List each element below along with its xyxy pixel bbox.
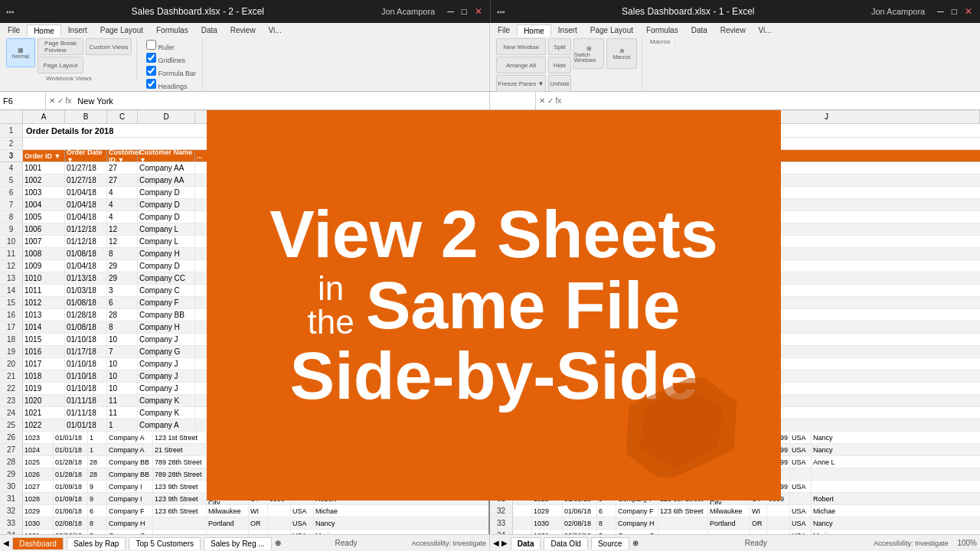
- cell-orderid-6[interactable]: 1003: [23, 187, 65, 198]
- cell-custname-13[interactable]: Company CC: [138, 272, 195, 284]
- tab-review-right[interactable]: Review: [714, 24, 752, 37]
- freeze-panes-btn[interactable]: Freeze Panes ▼: [496, 75, 546, 92]
- right-bottom-row-34[interactable]: 34 1031 02/06/18 3 Company C USA Mariya: [490, 530, 980, 534]
- cell-orderdate-11[interactable]: 01/08/18: [65, 248, 107, 259]
- cell-orderid-10[interactable]: 1007: [23, 236, 65, 247]
- right-bottom-row-33[interactable]: 33 1030 02/08/18 8 Company H Portland OR…: [490, 517, 980, 530]
- close-btn-right[interactable]: ✕: [965, 6, 972, 17]
- cell-orderdate-22[interactable]: 01/10/18: [65, 383, 107, 394]
- cell-orderid-19[interactable]: 1016: [23, 346, 65, 357]
- cell-custname-21[interactable]: Company J: [138, 370, 195, 382]
- cell-orderdate-18[interactable]: 01/10/18: [65, 334, 107, 345]
- tab-pagelayout-left[interactable]: Page Layout: [94, 24, 149, 37]
- cell-custname-22[interactable]: Company J: [138, 383, 195, 394]
- sheet-tab-dataold[interactable]: Data Old: [544, 537, 587, 549]
- sheet-tab-salesbyrep[interactable]: Sales by Rap: [67, 537, 126, 549]
- cell-orderdate-16[interactable]: 01/28/18: [65, 309, 107, 321]
- macros-btn[interactable]: ⊕Macros: [606, 38, 637, 69]
- tab-file-right[interactable]: File: [492, 24, 516, 37]
- cell-custid-24[interactable]: 11: [107, 407, 138, 419]
- cell-custid-6[interactable]: 4: [107, 187, 138, 198]
- switch-windows-btn[interactable]: ⊞Switch Windows: [573, 38, 604, 69]
- cell-custname-19[interactable]: Company G: [138, 346, 195, 357]
- cell-orderdate-12[interactable]: 01/04/18: [65, 260, 107, 272]
- cell-custid-8[interactable]: 4: [107, 211, 138, 223]
- cell-orderid-20[interactable]: 1017: [23, 358, 65, 370]
- cell-orderdate-13[interactable]: 01/13/18: [65, 272, 107, 284]
- cell-orderid-25[interactable]: 1022: [23, 419, 65, 431]
- left-bottom-row-33[interactable]: 33 1030 02/08/18 8 Company H Portland OR…: [0, 517, 488, 530]
- new-window-btn[interactable]: New Window: [496, 38, 546, 55]
- cell-orderid-13[interactable]: 1010: [23, 272, 65, 284]
- cell-orderdate-10[interactable]: 01/12/18: [65, 236, 107, 247]
- cell-custid-5[interactable]: 27: [107, 174, 138, 186]
- cell-orderdate-7[interactable]: 01/04/18: [65, 199, 107, 210]
- cell-orderdate-23[interactable]: 01/11/18: [65, 395, 107, 406]
- tab-review-left[interactable]: Review: [224, 24, 262, 37]
- tab-data-left[interactable]: Data: [195, 24, 224, 37]
- cell-orderid-4[interactable]: 1001: [23, 162, 65, 174]
- tab-file-left[interactable]: File: [2, 24, 26, 37]
- cell-orderdate-19[interactable]: 01/17/18: [65, 346, 107, 357]
- tab-formulas-right[interactable]: Formulas: [640, 24, 684, 37]
- cell-custname-20[interactable]: Company J: [138, 358, 195, 370]
- cell-orderid-15[interactable]: 1012: [23, 297, 65, 308]
- prev-sheet-btn[interactable]: ◀: [3, 539, 9, 547]
- cell-custid-16[interactable]: 28: [107, 309, 138, 321]
- tab-data-right[interactable]: Data: [685, 24, 714, 37]
- tab-formulas-left[interactable]: Formulas: [150, 24, 194, 37]
- gridlines-checkbox[interactable]: Gridlines: [146, 53, 196, 64]
- cell-orderid-9[interactable]: 1006: [23, 223, 65, 235]
- cell-custid-22[interactable]: 10: [107, 383, 138, 394]
- sheet-tab-top5[interactable]: Top 5 Customers: [129, 537, 201, 549]
- cell-orderdate-21[interactable]: 01/10/18: [65, 370, 107, 382]
- cell-orderdate-15[interactable]: 01/08/18: [65, 297, 107, 308]
- cell-custid-20[interactable]: 10: [107, 358, 138, 370]
- cell-custid-13[interactable]: 29: [107, 272, 138, 284]
- cell-custid-21[interactable]: 10: [107, 370, 138, 382]
- cell-orderid-24[interactable]: 1021: [23, 407, 65, 419]
- tab-pagelayout-right[interactable]: Page Layout: [584, 24, 639, 37]
- maximize-btn-left[interactable]: □: [462, 6, 467, 17]
- cell-custname-4[interactable]: Company AA: [138, 162, 195, 174]
- cell-custid-10[interactable]: 12: [107, 236, 138, 247]
- cell-custname-12[interactable]: Company D: [138, 260, 195, 272]
- minimize-btn-left[interactable]: ─: [447, 6, 454, 17]
- cell-orderid-8[interactable]: 1005: [23, 211, 65, 223]
- cell-orderid-21[interactable]: 1018: [23, 370, 65, 382]
- sheet-tab-dashboard[interactable]: Dashboard: [12, 537, 64, 549]
- sheet-tab-source[interactable]: Source: [591, 537, 629, 549]
- cell-orderdate-5[interactable]: 01/27/18: [65, 174, 107, 186]
- cell-orderdate-4[interactable]: 01/27/18: [65, 162, 107, 174]
- cell-custid-25[interactable]: 1: [107, 419, 138, 431]
- cell-custid-19[interactable]: 7: [107, 346, 138, 357]
- headings-checkbox[interactable]: Headings: [146, 79, 196, 90]
- cell-orderdate-20[interactable]: 01/10/18: [65, 358, 107, 370]
- cell-orderid-18[interactable]: 1015: [23, 334, 65, 345]
- cell-orderid-12[interactable]: 1009: [23, 260, 65, 272]
- cell-orderdate-25[interactable]: 01/01/18: [65, 419, 107, 431]
- cell-custname-18[interactable]: Company J: [138, 334, 195, 345]
- cell-orderdate-17[interactable]: 01/08/18: [65, 321, 107, 333]
- tab-home-left[interactable]: Home: [27, 24, 61, 37]
- cell-orderid-5[interactable]: 1002: [23, 174, 65, 186]
- add-sheet-btn-right[interactable]: ⊕: [632, 539, 639, 547]
- tab-home-right[interactable]: Home: [517, 24, 551, 37]
- cell-custname-6[interactable]: Company D: [138, 187, 195, 198]
- cell-custname-16[interactable]: Company BB: [138, 309, 195, 321]
- cell-custid-15[interactable]: 6: [107, 297, 138, 308]
- sheet-tab-salesbyreg[interactable]: Sales by Reg ...: [204, 537, 272, 549]
- cell-custname-14[interactable]: Company C: [138, 285, 195, 296]
- cell-custid-14[interactable]: 3: [107, 285, 138, 296]
- tab-insert-right[interactable]: Insert: [552, 24, 583, 37]
- formula-bar-checkbox[interactable]: Formula Bar: [146, 66, 196, 77]
- cell-custname-7[interactable]: Company D: [138, 199, 195, 210]
- cell-custname-23[interactable]: Company K: [138, 395, 195, 406]
- cell-custid-12[interactable]: 29: [107, 260, 138, 272]
- cell-custid-23[interactable]: 11: [107, 395, 138, 406]
- cell-custid-9[interactable]: 12: [107, 223, 138, 235]
- add-sheet-btn[interactable]: ⊕: [275, 539, 281, 547]
- tab-view-left[interactable]: Vi...: [263, 24, 288, 37]
- ruler-checkbox[interactable]: Ruler: [146, 40, 196, 51]
- cell-orderdate-14[interactable]: 01/03/18: [65, 285, 107, 296]
